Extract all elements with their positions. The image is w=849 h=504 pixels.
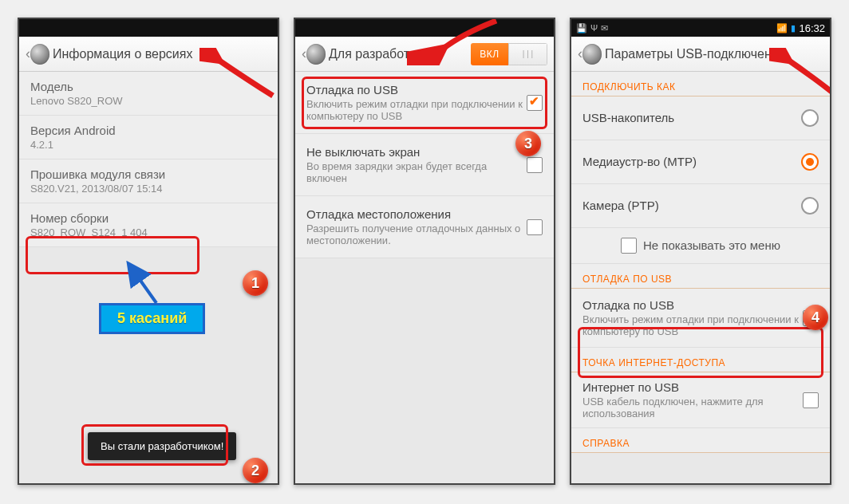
section-tether: ТОЧКА ИНТЕРНЕТ-ДОСТУПА <box>571 348 830 372</box>
baseband-label: Прошивка модуля связи <box>30 167 267 181</box>
gear-icon <box>582 44 602 65</box>
mtp-radio[interactable] <box>801 153 819 171</box>
app-bar: ‹ Информация о версиях <box>19 37 278 72</box>
badge-4: 4 <box>803 305 828 330</box>
usb-storage-label: USB-накопитель <box>582 111 801 124</box>
app-bar: ‹ Для разработчик… ВКЛ | | | <box>295 37 554 72</box>
stay-awake-title: Не выключать экран <box>306 145 527 159</box>
usb-storage-radio[interactable] <box>801 109 819 127</box>
developer-toast: Вы стали разработчиком! <box>88 432 236 460</box>
android-label: Версия Android <box>30 124 267 137</box>
tether-checkbox[interactable] <box>803 392 819 408</box>
ptp-item[interactable]: Камера (PTP) <box>571 184 830 228</box>
usb-icon: Ψ <box>590 23 598 33</box>
wifi-icon: 📶 <box>776 23 788 33</box>
usb-debug-title: Отладка по USB <box>582 298 803 312</box>
badge-1: 1 <box>243 270 268 296</box>
mtp-label: Медиаустр-во (MTP) <box>582 155 801 168</box>
dont-show-label: Не показывать это меню <box>643 238 780 252</box>
baseband-value: S820.V21, 2013/08/07 15:14 <box>30 183 267 195</box>
status-bar <box>295 19 554 37</box>
build-value: S820_ROW_S124_1 404 <box>30 226 267 238</box>
mock-loc-title: Отладка местоположения <box>306 207 527 221</box>
status-bar: 💾 Ψ ✉ 📶 ▮ 16:32 <box>571 19 830 37</box>
mtp-item[interactable]: Медиаустр-во (MTP) <box>571 140 830 184</box>
gear-icon <box>30 44 49 65</box>
dont-show-checkbox[interactable] <box>621 238 637 254</box>
save-icon: 💾 <box>576 23 587 33</box>
usb-storage-item[interactable]: USB-накопитель <box>571 96 830 140</box>
usb-debug-sub: Включить режим отладки при подключении к… <box>306 98 527 122</box>
android-value: 4.2.1 <box>30 139 267 151</box>
build-label: Номер сборки <box>30 211 267 225</box>
tether-title: Интернет по USB <box>582 380 803 394</box>
usb-debug-title: Отладка по USB <box>306 83 527 96</box>
badge-3: 3 <box>515 131 541 156</box>
screen-title: Для разработчик… <box>329 47 471 61</box>
svg-line-0 <box>129 265 156 303</box>
mock-loc-checkbox[interactable] <box>527 219 543 235</box>
mail-icon: ✉ <box>601 23 608 33</box>
toggle-on-label: ВКЛ <box>471 43 508 65</box>
ptp-radio[interactable] <box>801 197 819 215</box>
ptp-label: Камера (PTP) <box>582 199 801 212</box>
model-label: Модель <box>30 80 267 93</box>
baseband-item[interactable]: Прошивка модуля связи S820.V21, 2013/08/… <box>19 159 278 203</box>
mock-loc-sub: Разрешить получение отладочных данных о … <box>306 222 527 246</box>
gear-icon <box>306 44 326 65</box>
section-connect-as: ПОДКЛЮЧИТЬ КАК <box>571 72 830 96</box>
dont-show-item[interactable]: Не показывать это меню <box>571 228 830 264</box>
battery-icon: ▮ <box>791 23 796 33</box>
toggle-off-half: | | | <box>508 43 547 65</box>
stay-awake-sub: Во время зарядки экран будет всегда вклю… <box>306 160 527 184</box>
mock-location-item[interactable]: Отладка местоположения Разрешить получен… <box>295 196 554 258</box>
usb-debug-checkbox[interactable] <box>527 95 543 111</box>
model-item[interactable]: Модель Lenovo S820_ROW <box>19 72 278 116</box>
status-bar <box>19 19 278 37</box>
status-clock: 16:32 <box>799 22 825 34</box>
section-debug: ОТЛАДКА ПО USB <box>571 264 830 289</box>
build-number-item[interactable]: Номер сборки S820_ROW_S124_1 404 <box>19 203 278 247</box>
app-bar: ‹ Параметры USB-подключения <box>571 37 830 72</box>
section-help: СПРАВКА <box>571 428 830 453</box>
android-version-item[interactable]: Версия Android 4.2.1 <box>19 116 278 159</box>
usb-debug-item[interactable]: Отладка по USB Включить режим отладки пр… <box>571 289 830 348</box>
screen-title: Информация о версиях <box>53 47 271 61</box>
stay-awake-checkbox[interactable] <box>527 157 543 173</box>
screen-title: Параметры USB-подключения <box>605 47 823 61</box>
back-button[interactable]: ‹ <box>26 42 49 66</box>
usb-debug-sub: Включить режим отладки при подключении к… <box>582 313 803 337</box>
back-button[interactable]: ‹ <box>302 42 326 66</box>
back-button[interactable]: ‹ <box>578 42 602 66</box>
dev-options-toggle[interactable]: ВКЛ | | | <box>471 43 547 65</box>
badge-2: 2 <box>243 458 268 483</box>
tap-hint-label: 5 касаний <box>99 303 205 334</box>
tether-sub: USB кабель подключен, нажмите для исполь… <box>582 396 803 419</box>
model-value: Lenovo S820_ROW <box>30 95 267 107</box>
tether-item[interactable]: Интернет по USB USB кабель подключен, на… <box>571 372 830 428</box>
usb-debug-item[interactable]: Отладка по USB Включить режим отладки пр… <box>295 72 554 134</box>
